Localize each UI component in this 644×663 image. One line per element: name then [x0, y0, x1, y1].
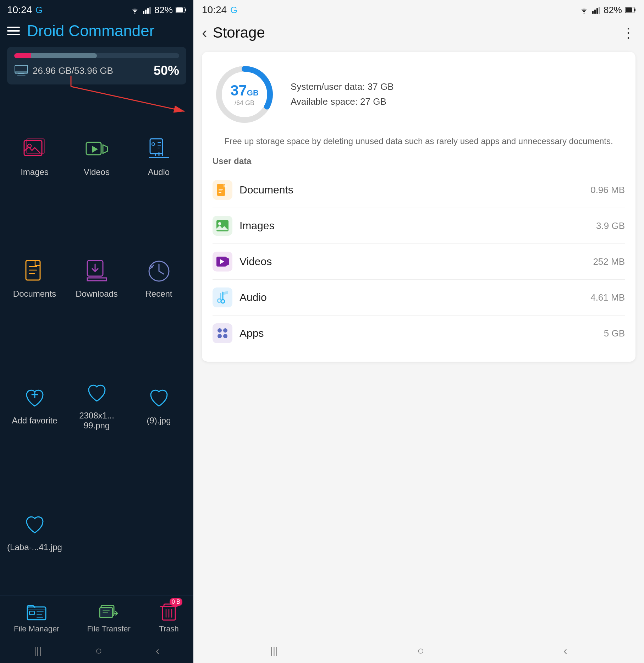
grid-item-addfav[interactable]: Add favorite: [4, 339, 66, 470]
svg-rect-33: [103, 610, 110, 611]
storage-left: 26.96 GB/53.96 GB: [14, 65, 113, 77]
left-header: Droid Commander: [0, 18, 193, 47]
videos-icon: [83, 135, 111, 164]
recent-label: Recent: [145, 289, 172, 299]
fav1-icon: [83, 379, 111, 407]
left-nav-back[interactable]: ‹: [156, 644, 160, 657]
donut-value: 37GB: [230, 82, 259, 99]
svg-point-40: [583, 13, 584, 14]
hamburger-menu[interactable]: [7, 27, 20, 35]
svg-rect-29: [37, 614, 42, 615]
svg-rect-46: [634, 9, 635, 11]
videos-list-name: Videos: [240, 256, 586, 268]
storage-used-text: 26.96 GB/53.96 GB: [33, 65, 113, 76]
right-status-icons: 82%: [579, 5, 635, 16]
right-header-left: ‹ Storage: [202, 24, 265, 41]
apps-list-size: 5 GB: [604, 328, 625, 339]
grid-item-fav3[interactable]: (Laba-...41.jpg: [4, 470, 66, 592]
donut-row: 37GB /64 GB System/user data: 37 GB Avai…: [213, 62, 625, 126]
donut-center: 37GB /64 GB: [230, 82, 259, 107]
right-spacer: [193, 369, 644, 639]
videos-list-icon: [213, 252, 232, 272]
audio-list-size: 4.61 MB: [590, 292, 625, 303]
svg-rect-9: [17, 75, 26, 76]
svg-point-59: [221, 300, 225, 303]
right-panel: 10:24 G 82%: [193, 0, 644, 663]
grid-item-recent[interactable]: Recent: [128, 217, 190, 339]
svg-rect-30: [37, 617, 43, 618]
right-signal-icon: [592, 6, 601, 14]
trash-badge: 0 B: [170, 598, 182, 606]
storage-list-item-audio[interactable]: Audio 4.61 MB: [213, 280, 625, 316]
documents-label: Documents: [13, 289, 56, 299]
documents-list-icon: [213, 180, 232, 200]
wifi-icon: [130, 6, 140, 14]
apps-list-icon: [213, 323, 232, 343]
grid-item-fav2[interactable]: (9).jpg: [128, 339, 190, 470]
storage-description: Free up storage space by deleting unused…: [213, 135, 625, 148]
storage-list-item-apps[interactable]: Apps 5 GB: [213, 316, 625, 351]
fav3-label: (Laba-...41.jpg: [7, 542, 62, 552]
images-list-size: 3.9 GB: [596, 220, 625, 231]
addfav-label: Add favorite: [12, 416, 57, 426]
back-button[interactable]: ‹: [202, 25, 207, 40]
downloads-icon: [83, 257, 111, 285]
right-nav-back[interactable]: ‹: [563, 644, 567, 657]
grid-item-documents[interactable]: Documents: [4, 217, 66, 339]
right-nav-recents[interactable]: |||: [270, 645, 278, 657]
svg-point-62: [223, 328, 227, 333]
documents-list-name: Documents: [240, 184, 583, 196]
svg-point-64: [223, 334, 227, 338]
svg-marker-15: [92, 146, 98, 153]
fav2-icon: [145, 384, 173, 412]
downloads-label: Downloads: [76, 289, 118, 299]
svg-point-63: [218, 334, 222, 338]
donut-unit: GB: [247, 88, 259, 97]
svg-rect-2: [145, 10, 147, 14]
svg-marker-57: [226, 257, 229, 266]
grid-item-audio[interactable]: Audio: [128, 95, 190, 217]
grid-item-images[interactable]: Images: [4, 95, 66, 217]
videos-label: Videos: [84, 167, 110, 177]
svg-rect-44: [599, 7, 600, 14]
storage-list-item-images[interactable]: Images 3.9 GB: [213, 208, 625, 244]
available-space-info: Available space: 27 GB: [291, 94, 625, 109]
bottom-nav-file-transfer[interactable]: File Transfer: [87, 601, 131, 634]
svg-rect-16: [150, 139, 163, 154]
storage-list-item-documents[interactable]: Documents 0.96 MB: [213, 172, 625, 208]
svg-rect-42: [594, 10, 596, 14]
bottom-nav-file-manager[interactable]: File Manager: [14, 601, 59, 634]
recent-icon: [145, 257, 173, 285]
right-page-title: Storage: [213, 24, 265, 41]
right-nav-home[interactable]: ○: [417, 644, 424, 657]
storage-bar-container: 26.96 GB/53.96 GB 50%: [7, 47, 186, 84]
more-options-button[interactable]: ⋮: [621, 24, 635, 41]
grid-item-videos[interactable]: Videos: [66, 95, 128, 217]
right-sys-nav: ||| ○ ‹: [193, 639, 644, 663]
bottom-nav-trash[interactable]: 0 B Trash: [158, 601, 180, 634]
storage-percent: 50%: [154, 63, 179, 78]
left-nav-recents[interactable]: |||: [34, 645, 42, 657]
svg-rect-53: [219, 192, 221, 193]
storage-info: 26.96 GB/53.96 GB 50%: [14, 63, 179, 78]
right-wifi-icon: [579, 6, 589, 14]
trash-label: Trash: [159, 624, 178, 634]
svg-rect-52: [219, 191, 222, 191]
right-header: ‹ Storage ⋮: [193, 18, 644, 48]
storage-device-icon: [14, 65, 28, 77]
storage-list-item-videos[interactable]: Videos 252 MB: [213, 244, 625, 280]
fav3-icon: [21, 510, 49, 539]
grid-item-downloads[interactable]: Downloads: [66, 217, 128, 339]
grid-item-fav1[interactable]: 2308x1... 99.png: [66, 339, 128, 470]
left-nav-home[interactable]: ○: [95, 644, 102, 657]
audio-list-name: Audio: [240, 291, 583, 303]
app-title: Droid Commander: [27, 22, 154, 40]
svg-point-61: [218, 328, 222, 333]
storage-donut-chart: 37GB /64 GB: [213, 62, 276, 126]
storage-card: 37GB /64 GB System/user data: 37 GB Avai…: [202, 52, 635, 362]
images-label: Images: [21, 167, 49, 177]
svg-point-0: [134, 13, 135, 14]
fav2-label: (9).jpg: [147, 416, 171, 426]
bottom-nav: File Manager File Transfer: [0, 596, 193, 639]
left-sys-nav: ||| ○ ‹: [0, 639, 193, 663]
